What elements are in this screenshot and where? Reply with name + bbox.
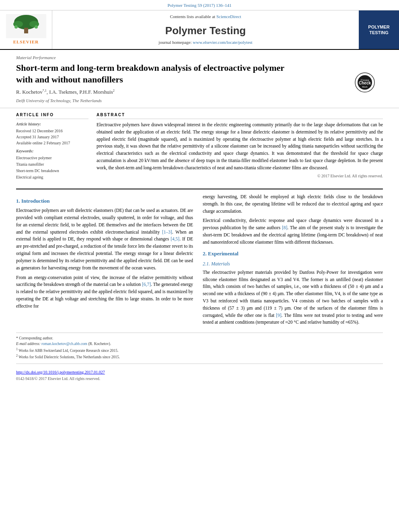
keyword-1: Electroactive polymer: [16, 155, 88, 161]
main-content: 1. Introduction Electroactive polymers a…: [0, 193, 399, 329]
ref-8[interactable]: [8]: [282, 225, 287, 230]
affiliation: Delft University of Technology, The Neth…: [16, 98, 383, 104]
right-para1: energy harvesting, DE should be employed…: [203, 193, 383, 215]
ref-4-5[interactable]: [4,5]: [171, 236, 179, 241]
authors-line: R. Kochetov*,1, I.A. Tsekmes, P.H.F. Mor…: [16, 88, 383, 96]
intro-heading: 1. Introduction: [16, 197, 193, 205]
citation-text: Polymer Testing 59 (2017) 136–141: [167, 3, 231, 8]
article-info-title: ARTICLE INFO: [16, 112, 88, 119]
available-date: Available online 2 February 2017: [16, 140, 88, 146]
intro-para1: Electroactive polymers are soft dielectr…: [16, 207, 193, 271]
journal-citation: Polymer Testing 59 (2017) 136–141: [0, 0, 399, 10]
exp-heading: 2. Experimental: [203, 250, 383, 257]
received-date: Received 12 December 2016: [16, 128, 88, 134]
accepted-date: Accepted 31 January 2017: [16, 134, 88, 140]
note2: 2 Works for Solid Dielectric Solutions, …: [16, 353, 383, 360]
left-column: 1. Introduction Electroactive polymers a…: [16, 193, 193, 329]
email-note: E-mail address: roman.kochetov@ch.abb.co…: [16, 341, 383, 347]
svg-point-6: [35, 25, 38, 29]
keyword-4: Electrical ageing: [16, 174, 88, 181]
article-meta: Material Performance Short-term and long…: [0, 50, 399, 104]
keyword-2: Titania nanofiller: [16, 161, 88, 168]
corresponding-note: * Corresponding author.: [16, 335, 383, 341]
pt-logo-text: POLYMER TESTING: [368, 24, 389, 36]
footer-bar: http://dx.doi.org/10.1016/j.polymertesti…: [0, 367, 399, 384]
info-abstract-section: ARTICLE INFO Article history: Received 1…: [0, 108, 399, 185]
doi-link: http://dx.doi.org/10.1016/j.polymertesti…: [16, 370, 383, 375]
journal-title-area: Contents lists available at ScienceDirec…: [52, 10, 359, 49]
section-label: Material Performance: [16, 55, 383, 61]
article-info-col: ARTICLE INFO Article history: Received 1…: [16, 112, 88, 181]
materials-heading: 2.1. Materials: [203, 261, 383, 267]
crossmark-icon: Check Cross Mark: [355, 72, 375, 92]
abstract-title: ABSTRACT: [97, 112, 383, 119]
elsevier-logo-area: ELSEVIER: [0, 10, 52, 49]
issn-text: 0142-9418/© 2017 Elsevier Ltd. All right…: [16, 376, 383, 382]
journal-homepage: journal homepage: www.elsevier.com/locat…: [158, 39, 252, 45]
note1: 1 Works for ABB Switzerland Ltd, Corpora…: [16, 347, 383, 353]
abstract-col: ABSTRACT Electroactive polymers have dra…: [97, 112, 383, 181]
keywords-title: Keywords:: [16, 148, 88, 154]
crossmark-area: Check Cross Mark: [355, 72, 375, 94]
abstract-text: Electroactive polymers have drawn widesp…: [97, 121, 383, 172]
ref-9[interactable]: [9]: [276, 313, 281, 318]
doi-anchor[interactable]: http://dx.doi.org/10.1016/j.polymertesti…: [16, 370, 105, 374]
intro-para2: From an energy-conservation point of vie…: [16, 274, 193, 310]
elsevier-logo: [6, 14, 46, 38]
right-column: energy harvesting, DE should be employed…: [203, 193, 383, 329]
svg-point-5: [14, 25, 18, 29]
elsevier-wordmark: ELSEVIER: [13, 39, 39, 45]
svg-rect-2: [24, 28, 28, 33]
sciencedirect-link[interactable]: ScienceDirect: [216, 14, 241, 19]
sciencedirect-info: Contents lists available at ScienceDirec…: [170, 14, 241, 20]
section-divider: [16, 189, 383, 189]
right-para2: Electrical conductivity, dielectric resp…: [203, 217, 383, 246]
footnotes-section: * Corresponding author. E-mail address: …: [16, 333, 383, 360]
copyright: © 2017 Elsevier Ltd. All rights reserved…: [97, 173, 383, 179]
ref-6-7[interactable]: [6,7]: [142, 282, 151, 287]
pt-logo: POLYMER TESTING: [359, 10, 399, 49]
journal-title: Polymer Testing: [165, 23, 246, 38]
email-link[interactable]: roman.kochetov@ch.abb.com: [41, 342, 87, 346]
ref-1-3[interactable]: [1–3]: [162, 230, 172, 234]
svg-text:Mark: Mark: [362, 86, 368, 88]
keyword-3: Short-term DC breakdown: [16, 168, 88, 174]
history-title: Article history:: [16, 121, 88, 127]
svg-text:Cross: Cross: [361, 78, 369, 82]
article-title: Short-term and long-term breakdown analy…: [16, 62, 298, 85]
footer-divider: [16, 364, 383, 364]
journal-header: ELSEVIER Contents lists available at Sci…: [0, 10, 399, 49]
homepage-link[interactable]: www.elsevier.com/locate/polytest: [193, 40, 252, 45]
materials-text: The electroactive polymer materials prov…: [203, 269, 383, 327]
